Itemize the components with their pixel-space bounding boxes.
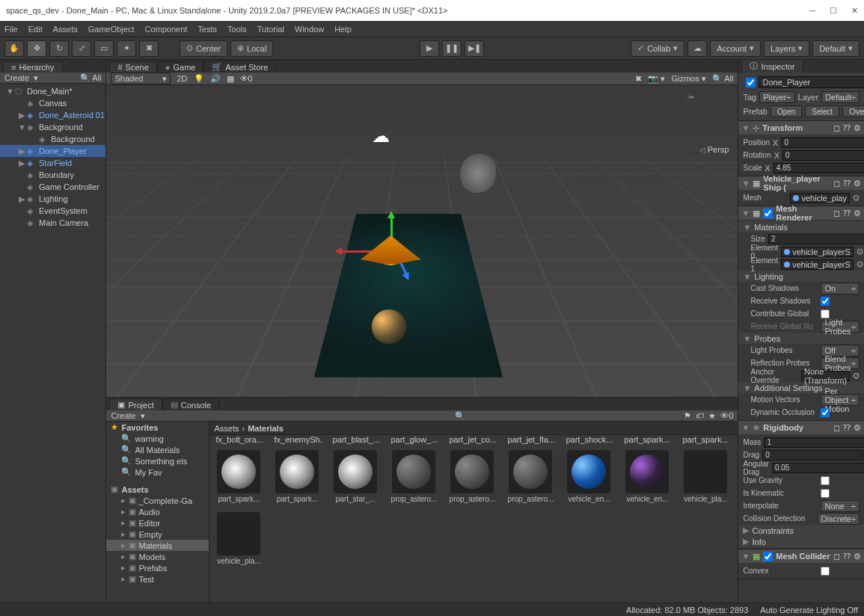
use-gravity-checkbox[interactable]	[821, 476, 830, 485]
tab-game[interactable]: ● Game	[157, 61, 204, 73]
gizmos-dropdown[interactable]: Gizmos ▾	[671, 74, 705, 84]
menu-window[interactable]: Window	[295, 25, 324, 34]
menu-file[interactable]: File	[4, 25, 18, 34]
pos-x[interactable]	[781, 138, 864, 148]
fx-toggle-icon[interactable]: ▦	[227, 74, 234, 84]
folder-item[interactable]: ▸ ▣Prefabs	[106, 562, 209, 573]
hierarchy-item[interactable]: ▶◈Done_Asteroid 01	[0, 109, 105, 121]
transform-tool[interactable]: ✦	[117, 40, 136, 57]
star-icon[interactable]: ★	[708, 411, 716, 421]
scene-search[interactable]: 🔍 All	[712, 74, 734, 84]
hierarchy-item[interactable]: ◈Canvas	[0, 97, 105, 109]
folder-item[interactable]: ▸ ▣_Complete-Ga	[106, 495, 209, 506]
gameobject-active-checkbox[interactable]	[746, 78, 756, 87]
custom-tool[interactable]: ✖	[139, 40, 159, 57]
hierarchy-scene-root[interactable]: Done_Main*	[27, 87, 73, 96]
layer-dropdown[interactable]: Default÷	[821, 91, 860, 103]
favorite-item[interactable]: 🔍warning	[106, 433, 209, 444]
favorite-item[interactable]: 🔍All Materials	[106, 444, 209, 455]
project-create[interactable]: Create	[111, 411, 135, 420]
material-thumbnail[interactable]: part_spark...	[214, 450, 263, 503]
hierarchy-create[interactable]: Create	[4, 73, 29, 82]
prefab-open-button[interactable]: Open	[770, 105, 802, 117]
material-thumbnail[interactable]: vehicle_en...	[564, 450, 613, 503]
pivot-center-toggle[interactable]: ⊙ Center	[180, 40, 227, 57]
prefab-select-button[interactable]: Select	[805, 105, 839, 117]
move-tool[interactable]: ✥	[27, 40, 46, 57]
hierarchy-item[interactable]: ▼◈Background	[0, 121, 105, 133]
material-thumbnail[interactable]: vehicle_pla...	[681, 450, 730, 503]
maximize-icon[interactable]: ☐	[830, 7, 837, 14]
rotate-tool[interactable]: ↻	[49, 40, 69, 57]
tools-icon[interactable]: ✖	[635, 74, 642, 84]
hierarchy-item[interactable]: ▶◈Lighting	[0, 193, 105, 205]
close-icon[interactable]: ✕	[851, 7, 858, 14]
prefab-overrides-button[interactable]: Overrides ▾	[842, 105, 864, 117]
layout-dropdown[interactable]: Default ▾	[812, 40, 860, 57]
tab-inspector[interactable]: ⓘ Inspector	[741, 60, 803, 73]
tab-hierarchy[interactable]: ≡ Hierarchy	[3, 61, 63, 73]
hierarchy-item[interactable]: ▶◈Done_Player	[0, 145, 105, 157]
hierarchy-item[interactable]: ▶◈StarField	[0, 157, 105, 169]
hierarchy-item[interactable]: ◈Main Camera	[0, 217, 105, 229]
scale-tool[interactable]: ⤢	[72, 40, 91, 57]
material-1[interactable]: vehicle_playerS	[781, 259, 854, 270]
constraints-foldout[interactable]: Constraints	[752, 526, 794, 535]
collision-detection-dropdown[interactable]: Discrete÷	[818, 513, 860, 525]
hierarchy-item[interactable]: ◈Game Controller	[0, 181, 105, 193]
collab-button[interactable]: ✓ Collab ▾	[631, 40, 684, 57]
is-kinematic-checkbox[interactable]	[821, 489, 830, 498]
breadcrumb-assets[interactable]: Assets	[214, 424, 239, 433]
project-search-icon[interactable]: 🔍	[455, 411, 465, 421]
orientation-gizmo[interactable]: y x z	[685, 93, 730, 138]
pause-button[interactable]: ❚❚	[442, 40, 462, 57]
menu-edit[interactable]: Edit	[28, 25, 43, 34]
menu-tutorial[interactable]: Tutorial	[257, 25, 284, 34]
menu-gameobject[interactable]: GameObject	[88, 25, 135, 34]
folder-item[interactable]: ▸ ▣Audio	[106, 506, 209, 517]
selected-player-ship[interactable]	[361, 235, 420, 265]
folder-item[interactable]: ▸ ▣Models	[106, 551, 209, 562]
mass-field[interactable]	[764, 437, 864, 448]
materials-size[interactable]	[768, 234, 864, 244]
drag-field[interactable]	[762, 450, 863, 461]
tag-dropdown[interactable]: Player÷	[759, 91, 794, 103]
material-0[interactable]: vehicle_playerS	[781, 247, 854, 257]
camera-icon[interactable]: 📷 ▾	[648, 74, 665, 84]
step-button[interactable]: ▶❚	[465, 40, 484, 57]
hierarchy-search[interactable]: 🔍 All	[80, 73, 102, 83]
folder-item[interactable]: ▸ ▣Materials	[106, 540, 209, 551]
scene-viewport[interactable]: ☁ y x z ◁ Persp	[106, 85, 738, 397]
audio-toggle-icon[interactable]: 🔊	[210, 74, 221, 84]
menu-assets[interactable]: Assets	[53, 25, 78, 34]
lighting-toggle-icon[interactable]: 💡	[194, 74, 204, 84]
local-global-toggle[interactable]: ⊕ Local	[230, 40, 273, 57]
material-thumbnail[interactable]: part_star_...	[331, 450, 380, 503]
label-icon[interactable]: 🏷	[696, 411, 704, 420]
minimize-icon[interactable]: ─	[809, 7, 816, 14]
cast-shadows-dropdown[interactable]: On÷	[821, 283, 860, 295]
menu-help[interactable]: Help	[334, 25, 352, 34]
tab-console[interactable]: ▤ Console	[162, 398, 219, 410]
info-foldout[interactable]: Info	[752, 538, 765, 546]
tab-project[interactable]: ▣ Project	[109, 398, 162, 410]
account-dropdown[interactable]: Account ▾	[710, 40, 761, 57]
menu-tools[interactable]: Tools	[227, 25, 247, 34]
mesh-reference[interactable]: vehicle_play	[790, 193, 850, 203]
shading-mode-dropdown[interactable]: Shaded▾	[111, 73, 171, 84]
material-thumbnail[interactable]: prop_astero...	[506, 450, 555, 503]
material-thumbnail[interactable]: vehicle_pla...	[214, 512, 263, 565]
component-meshfilter-header[interactable]: ▼▦Vehicle_player Ship (◻⁇⚙	[738, 176, 864, 190]
play-button[interactable]: ▶	[420, 40, 439, 57]
tab-asset-store[interactable]: 🛒 Asset Store	[203, 61, 276, 73]
menu-tests[interactable]: Tests	[197, 25, 217, 34]
projection-label[interactable]: ◁ Persp	[699, 145, 729, 154]
anchor-override[interactable]: None (Transform)	[801, 371, 850, 381]
component-rigidbody-header[interactable]: ▼⚛Rigidbody◻⁇⚙	[738, 421, 864, 434]
folder-item[interactable]: ▸ ▣Editor	[106, 517, 209, 529]
component-meshcollider-header[interactable]: ▼▦Mesh Collider◻⁇⚙	[738, 549, 864, 563]
folder-item[interactable]: ▸ ▣Empty	[106, 529, 209, 540]
component-transform-header[interactable]: ▼⊹Transform◻⁇⚙	[738, 121, 864, 135]
interpolate-dropdown[interactable]: None÷	[821, 500, 860, 512]
cloud-button[interactable]: ☁	[687, 40, 707, 57]
